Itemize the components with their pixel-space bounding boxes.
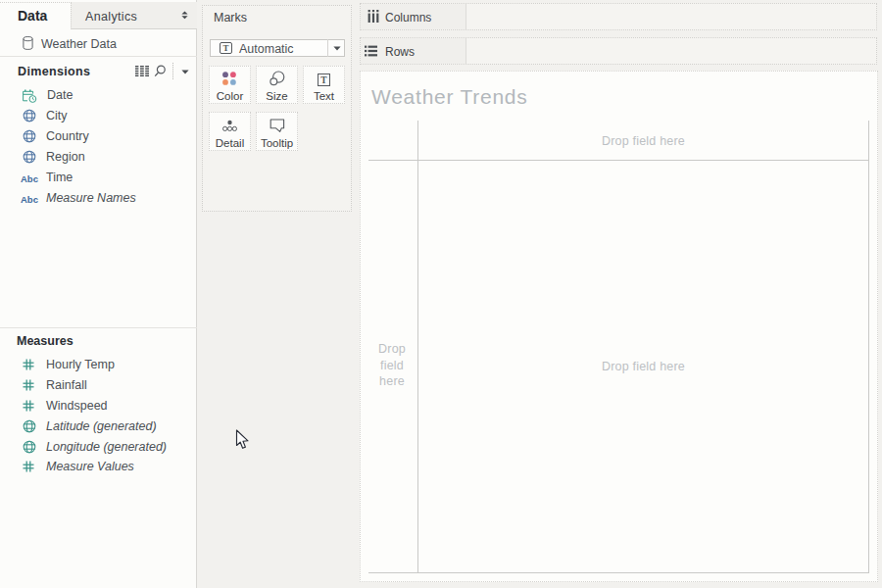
svg-text:T: T <box>222 43 228 53</box>
svg-text:T: T <box>320 75 327 85</box>
